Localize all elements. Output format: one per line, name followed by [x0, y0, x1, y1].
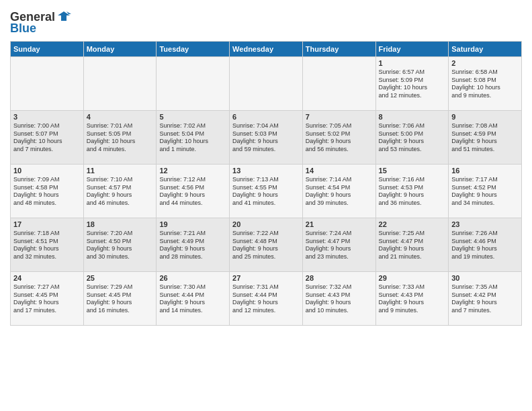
day-info: Sunrise: 7:12 AM Sunset: 4:56 PM Dayligh…	[159, 176, 226, 208]
calendar-cell: 7Sunrise: 7:05 AM Sunset: 5:02 PM Daylig…	[302, 111, 375, 165]
calendar-cell: 5Sunrise: 7:02 AM Sunset: 5:04 PM Daylig…	[157, 111, 230, 165]
calendar-cell: 6Sunrise: 7:04 AM Sunset: 5:03 PM Daylig…	[230, 111, 303, 165]
day-info: Sunrise: 6:58 AM Sunset: 5:08 PM Dayligh…	[451, 68, 519, 100]
calendar-week-row: 17Sunrise: 7:18 AM Sunset: 4:51 PM Dayli…	[11, 218, 522, 272]
weekday-header-saturday: Saturday	[449, 42, 522, 57]
weekday-header-wednesday: Wednesday	[230, 42, 303, 57]
calendar-cell: 8Sunrise: 7:06 AM Sunset: 5:00 PM Daylig…	[375, 111, 449, 165]
day-number: 7	[306, 113, 373, 121]
calendar-header: SundayMondayTuesdayWednesdayThursdayFrid…	[11, 42, 522, 57]
calendar-cell: 24Sunrise: 7:27 AM Sunset: 4:45 PM Dayli…	[11, 272, 84, 326]
day-info: Sunrise: 6:57 AM Sunset: 5:09 PM Dayligh…	[379, 68, 446, 100]
day-info: Sunrise: 7:17 AM Sunset: 4:52 PM Dayligh…	[451, 176, 519, 208]
day-info: Sunrise: 7:10 AM Sunset: 4:57 PM Dayligh…	[87, 176, 154, 208]
day-number: 16	[451, 167, 519, 175]
calendar-cell: 26Sunrise: 7:30 AM Sunset: 4:44 PM Dayli…	[157, 272, 230, 326]
calendar-cell: 21Sunrise: 7:24 AM Sunset: 4:47 PM Dayli…	[302, 218, 375, 272]
logo-bird-icon	[56, 9, 71, 24]
weekday-header-tuesday: Tuesday	[157, 42, 230, 57]
day-number: 17	[13, 220, 81, 228]
page-container: General Blue SundayMondayTuesdayWednesda…	[0, 0, 532, 332]
calendar-cell: 2Sunrise: 6:58 AM Sunset: 5:08 PM Daylig…	[449, 57, 522, 111]
day-number: 14	[306, 167, 373, 175]
calendar-cell: 14Sunrise: 7:14 AM Sunset: 4:54 PM Dayli…	[302, 165, 375, 218]
calendar-cell: 25Sunrise: 7:29 AM Sunset: 4:45 PM Dayli…	[83, 272, 157, 326]
calendar-cell	[83, 57, 157, 111]
calendar-cell: 3Sunrise: 7:00 AM Sunset: 5:07 PM Daylig…	[11, 111, 84, 165]
day-number: 21	[306, 220, 373, 228]
day-number: 28	[306, 274, 373, 282]
day-number: 8	[379, 113, 446, 121]
day-info: Sunrise: 7:20 AM Sunset: 4:50 PM Dayligh…	[87, 230, 154, 261]
calendar-cell: 1Sunrise: 6:57 AM Sunset: 5:09 PM Daylig…	[375, 57, 449, 111]
day-info: Sunrise: 7:00 AM Sunset: 5:07 PM Dayligh…	[13, 122, 81, 154]
day-number: 4	[87, 113, 154, 121]
calendar-cell: 16Sunrise: 7:17 AM Sunset: 4:52 PM Dayli…	[449, 165, 522, 218]
weekday-header-monday: Monday	[83, 42, 157, 57]
calendar-cell: 18Sunrise: 7:20 AM Sunset: 4:50 PM Dayli…	[83, 218, 157, 272]
logo-text-block: General Blue	[10, 10, 71, 36]
calendar-cell: 19Sunrise: 7:21 AM Sunset: 4:49 PM Dayli…	[157, 218, 230, 272]
weekday-header-friday: Friday	[375, 42, 449, 57]
logo: General Blue	[10, 10, 71, 36]
day-number: 25	[87, 274, 154, 282]
day-info: Sunrise: 7:22 AM Sunset: 4:48 PM Dayligh…	[232, 230, 300, 261]
day-number: 29	[379, 274, 446, 282]
calendar-week-row: 1Sunrise: 6:57 AM Sunset: 5:09 PM Daylig…	[11, 57, 522, 111]
weekday-header-row: SundayMondayTuesdayWednesdayThursdayFrid…	[11, 42, 522, 57]
calendar-cell: 22Sunrise: 7:25 AM Sunset: 4:47 PM Dayli…	[375, 218, 449, 272]
day-number: 22	[379, 220, 446, 228]
day-info: Sunrise: 7:35 AM Sunset: 4:42 PM Dayligh…	[451, 283, 519, 315]
day-info: Sunrise: 7:29 AM Sunset: 4:45 PM Dayligh…	[87, 283, 154, 315]
calendar-week-row: 10Sunrise: 7:09 AM Sunset: 4:58 PM Dayli…	[11, 165, 522, 218]
calendar-cell: 4Sunrise: 7:01 AM Sunset: 5:05 PM Daylig…	[83, 111, 157, 165]
day-info: Sunrise: 7:26 AM Sunset: 4:46 PM Dayligh…	[451, 230, 519, 261]
day-number: 5	[159, 113, 226, 121]
day-info: Sunrise: 7:04 AM Sunset: 5:03 PM Dayligh…	[232, 122, 300, 154]
day-info: Sunrise: 7:01 AM Sunset: 5:05 PM Dayligh…	[87, 122, 154, 154]
day-info: Sunrise: 7:13 AM Sunset: 4:55 PM Dayligh…	[232, 176, 300, 208]
day-number: 20	[232, 220, 300, 228]
calendar-table: SundayMondayTuesdayWednesdayThursdayFrid…	[10, 41, 522, 326]
calendar-cell: 15Sunrise: 7:16 AM Sunset: 4:53 PM Dayli…	[375, 165, 449, 218]
weekday-header-sunday: Sunday	[11, 42, 84, 57]
day-info: Sunrise: 7:02 AM Sunset: 5:04 PM Dayligh…	[159, 122, 226, 154]
day-info: Sunrise: 7:30 AM Sunset: 4:44 PM Dayligh…	[159, 283, 226, 315]
calendar-cell: 27Sunrise: 7:31 AM Sunset: 4:44 PM Dayli…	[230, 272, 303, 326]
calendar-cell: 23Sunrise: 7:26 AM Sunset: 4:46 PM Dayli…	[449, 218, 522, 272]
day-info: Sunrise: 7:14 AM Sunset: 4:54 PM Dayligh…	[306, 176, 373, 208]
calendar-cell: 12Sunrise: 7:12 AM Sunset: 4:56 PM Dayli…	[157, 165, 230, 218]
day-number: 13	[232, 167, 300, 175]
day-number: 1	[379, 59, 446, 67]
day-info: Sunrise: 7:24 AM Sunset: 4:47 PM Dayligh…	[306, 230, 373, 261]
day-number: 10	[13, 167, 81, 175]
day-number: 24	[13, 274, 81, 282]
day-number: 30	[451, 274, 519, 282]
day-info: Sunrise: 7:25 AM Sunset: 4:47 PM Dayligh…	[379, 230, 446, 261]
day-number: 27	[232, 274, 300, 282]
calendar-cell	[157, 57, 230, 111]
day-number: 11	[87, 167, 154, 175]
weekday-header-thursday: Thursday	[302, 42, 375, 57]
day-number: 18	[87, 220, 154, 228]
day-info: Sunrise: 7:09 AM Sunset: 4:58 PM Dayligh…	[13, 176, 81, 208]
day-info: Sunrise: 7:33 AM Sunset: 4:43 PM Dayligh…	[379, 283, 446, 315]
day-number: 19	[159, 220, 226, 228]
day-number: 23	[451, 220, 519, 228]
calendar-cell	[302, 57, 375, 111]
calendar-cell: 10Sunrise: 7:09 AM Sunset: 4:58 PM Dayli…	[11, 165, 84, 218]
day-info: Sunrise: 7:08 AM Sunset: 4:59 PM Dayligh…	[451, 122, 519, 154]
day-info: Sunrise: 7:06 AM Sunset: 5:00 PM Dayligh…	[379, 122, 446, 154]
day-number: 2	[451, 59, 519, 67]
day-number: 26	[159, 274, 226, 282]
day-number: 3	[13, 113, 81, 121]
calendar-cell: 13Sunrise: 7:13 AM Sunset: 4:55 PM Dayli…	[230, 165, 303, 218]
calendar-cell: 20Sunrise: 7:22 AM Sunset: 4:48 PM Dayli…	[230, 218, 303, 272]
day-number: 15	[379, 167, 446, 175]
day-info: Sunrise: 7:31 AM Sunset: 4:44 PM Dayligh…	[232, 283, 300, 315]
calendar-cell: 29Sunrise: 7:33 AM Sunset: 4:43 PM Dayli…	[375, 272, 449, 326]
day-number: 9	[451, 113, 519, 121]
day-number: 6	[232, 113, 300, 121]
day-number: 12	[159, 167, 226, 175]
calendar-cell: 17Sunrise: 7:18 AM Sunset: 4:51 PM Dayli…	[11, 218, 84, 272]
